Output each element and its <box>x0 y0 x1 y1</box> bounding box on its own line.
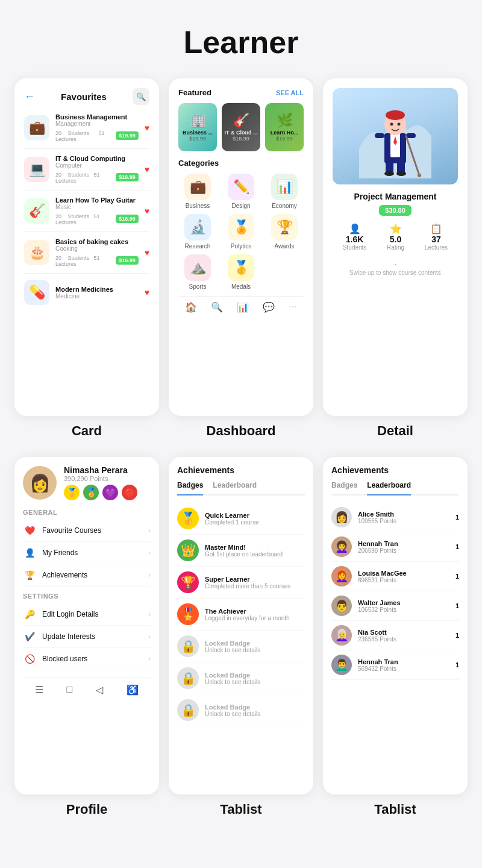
featured-item-2[interactable]: 🎸 IT & Cloud ... $16.99 <box>222 103 260 151</box>
achiever-sub: Logged in everyday for a month <box>205 615 290 621</box>
price-badge-1: $19.99 <box>116 131 139 140</box>
lb-points-3: 896531 Points <box>358 577 407 583</box>
svg-rect-9 <box>406 133 416 138</box>
hero-image <box>333 88 458 184</box>
profile-label: Profile <box>14 802 159 817</box>
lb-rank-4: 1 <box>455 602 459 609</box>
quick-learner-sub: Completed 1 course <box>205 519 259 526</box>
category-medals[interactable]: 🥇 Medals <box>222 254 260 290</box>
lb-avatar-5: 👩‍🦳 <box>331 625 352 646</box>
lb-points-5: 236585 Points <box>358 636 396 643</box>
category-polytics[interactable]: 🏅 Polytics <box>222 214 260 250</box>
general-heading: GENERAL <box>23 509 151 516</box>
course-name-5: Modern Medicines <box>55 286 139 293</box>
menu-edit-login[interactable]: 🔑 Edit Login Details › <box>23 603 151 626</box>
course-thumb-2: 💻 <box>24 157 49 182</box>
lb-points-1: 109565 Points <box>358 518 396 524</box>
locked-info-1: Locked Badge Unlock to see details <box>205 640 260 653</box>
favorite-icon-5[interactable]: ♥ <box>145 288 149 297</box>
tab-leaderboard-1[interactable]: Leaderboard <box>213 481 257 495</box>
lectures-icon: 📋 <box>425 223 448 234</box>
favorite-icon-4[interactable]: ♥ <box>145 248 149 257</box>
lb-avatar-6: 👨‍🦱 <box>331 655 352 675</box>
card-screen: ← Favourites 🔍 💼 Business Management Man… <box>14 78 159 416</box>
category-economy[interactable]: 📊 Economy <box>265 174 304 209</box>
course-item-5: 💊 Modern Medicines Medicine ♥ <box>24 280 149 311</box>
tablist-leaderboard-screen: Achievements Badges Leaderboard 👩 Alice … <box>323 457 468 794</box>
category-label-awards: Awards <box>274 243 294 250</box>
category-research[interactable]: 🔬 Research <box>178 214 217 250</box>
detail-stats: 👤 1.6K Students ⭐ 5.0 Rating 📋 37 Lectur… <box>333 223 458 251</box>
swipe-hint-text: Swipe up to show course contents <box>349 269 441 276</box>
badge-1: 🥇 <box>64 485 80 500</box>
category-sports[interactable]: ⛰️ Sports <box>178 254 217 290</box>
tab-badges-1[interactable]: Badges <box>177 481 203 495</box>
favorite-icon-2[interactable]: ♥ <box>145 165 149 174</box>
tab-badges-2[interactable]: Badges <box>331 481 357 495</box>
course-item-2: 💻 IT & Cloud Computing Computer 20 Stude… <box>24 155 149 190</box>
course-name-4: Basics of baking cakes <box>55 238 139 245</box>
course-sub-3: Music <box>55 204 139 210</box>
category-label-medals: Medals <box>231 283 251 290</box>
course-thumb-5: 💊 <box>24 280 49 305</box>
svg-point-11 <box>386 110 405 120</box>
category-business[interactable]: 💼 Business <box>178 174 217 209</box>
lectures-count-1: 51 <box>99 130 105 136</box>
lb-rank-6: 1 <box>455 661 459 668</box>
swipe-hint: ⌃ Swipe up to show course contents <box>333 263 458 276</box>
nav-square-icon[interactable]: □ <box>67 684 73 696</box>
featured-item-3[interactable]: 🌿 Learn Ho... $16.99 <box>265 103 304 151</box>
lb-item-5: 👩‍🦳 Nia Scott 236585 Points 1 <box>331 621 459 650</box>
students-value: 1.6K <box>343 234 366 244</box>
lb-item-6: 👨‍🦱 Hennah Tran 569432 Points 1 <box>331 650 459 680</box>
see-all-button[interactable]: SEE ALL <box>276 89 304 96</box>
menu-achievements[interactable]: 🏆 Achievements › <box>23 564 151 587</box>
lb-item-4: 👨 Walter James 106532 Points 1 <box>331 591 459 621</box>
course-item-4: 🎂 Basics of baking cakes Cooking 20 Stud… <box>24 238 149 274</box>
lb-name-2: Hennah Tran <box>358 540 398 547</box>
category-design[interactable]: ✏️ Design <box>222 174 260 209</box>
featured-item-1[interactable]: 🏢 Business ... $19.99 <box>178 103 217 151</box>
category-awards[interactable]: 🏆 Awards <box>265 214 304 250</box>
badge-4: 🔴 <box>122 485 137 500</box>
lb-info-3: Louisa MacGee 896531 Points <box>358 570 407 583</box>
back-button[interactable]: ← <box>24 90 35 103</box>
edit-login-label: Edit Login Details <box>42 610 142 618</box>
achievement-master-mind: 👑 Master Mind! Got 1st place on leaderbo… <box>177 535 305 567</box>
svg-point-13 <box>398 123 401 126</box>
locked-icon-3: 🔒 <box>177 699 199 721</box>
tab-leaderboard-2[interactable]: Leaderboard <box>367 481 411 495</box>
master-mind-info: Master Mind! Got 1st place on leaderboar… <box>205 544 283 558</box>
menu-blocked-users[interactable]: 🚫 Blocked users › <box>23 648 151 670</box>
nav-menu-icon[interactable]: ☰ <box>35 684 43 696</box>
course-sub-5: Medicine <box>55 293 139 300</box>
dashboard-screen: Featured SEE ALL 🏢 Business ... $19.99 🎸… <box>169 78 313 416</box>
detail-label: Detail <box>323 423 468 439</box>
menu-update-interests[interactable]: ✔️ Update Interests › <box>23 626 151 648</box>
swipe-arrow: ⌃ <box>333 263 458 269</box>
menu-my-friends[interactable]: 👤 My Friends › <box>23 542 151 564</box>
menu-favourite-courses[interactable]: ❤️ Favourite Courses › <box>23 520 151 542</box>
search-button[interactable]: 🔍 <box>133 88 149 105</box>
update-interests-label: Update Interests <box>42 632 142 641</box>
lectures-label: Lectures <box>425 244 448 251</box>
my-friends-label: My Friends <box>42 549 142 557</box>
nav-home-icon[interactable]: 🏠 <box>185 301 197 313</box>
stat-rating: ⭐ 5.0 Rating <box>387 223 404 251</box>
featured-price-3: $16.99 <box>276 136 293 142</box>
lb-points-4: 106532 Points <box>358 606 401 613</box>
featured-price-2: $16.99 <box>233 136 249 142</box>
nav-accessibility-icon[interactable]: ♿ <box>127 684 139 696</box>
favorite-icon-1[interactable]: ♥ <box>145 123 149 133</box>
nav-chat-icon[interactable]: 💬 <box>263 301 275 313</box>
nav-back-icon[interactable]: ◁ <box>96 684 103 696</box>
nav-search-icon[interactable]: 🔍 <box>211 301 223 313</box>
lb-info-4: Walter James 106532 Points <box>358 599 401 613</box>
course-name-2: IT & Cloud Computing <box>55 155 139 162</box>
nav-more-icon[interactable]: ··· <box>289 301 296 313</box>
detail-center: Project Management $30.80 <box>333 192 458 223</box>
stat-lectures: 📋 37 Lectures <box>425 223 448 251</box>
locked-sub-2: Unlock to see details <box>205 679 260 685</box>
favorite-icon-3[interactable]: ♥ <box>145 206 149 216</box>
nav-chart-icon[interactable]: 📊 <box>237 301 249 313</box>
